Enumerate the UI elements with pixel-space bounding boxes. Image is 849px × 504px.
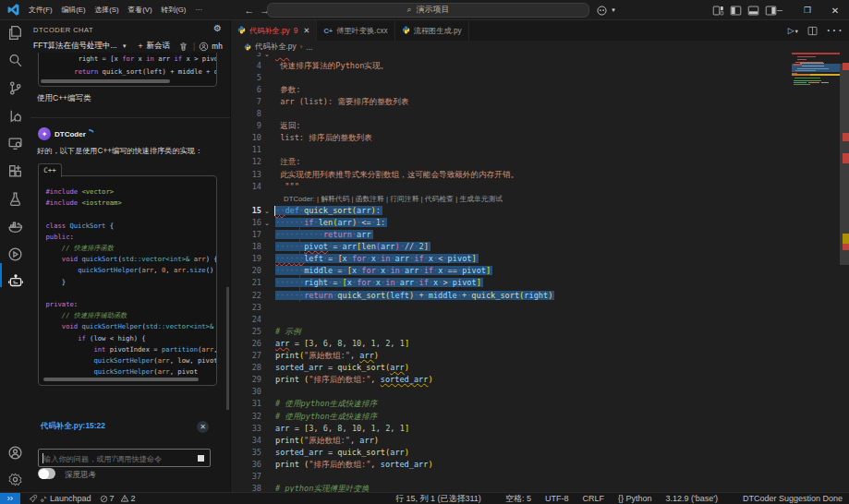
- search-icon[interactable]: [0, 48, 30, 72]
- breadcrumb-more[interactable]: ...: [306, 42, 312, 52]
- code-token: arr: [357, 230, 371, 239]
- code-token: arr: [275, 339, 290, 348]
- extensions-icon[interactable]: [0, 159, 30, 183]
- delete-chat-icon[interactable]: [178, 42, 188, 52]
- session-caret-icon[interactable]: ▼: [122, 43, 127, 49]
- code-token: ·==·: [443, 266, 462, 275]
- maximize-button[interactable]: ❐: [794, 6, 821, 15]
- toggle-sidebar-icon[interactable]: [730, 5, 742, 17]
- launchpad-item[interactable]: Launchpad: [29, 494, 91, 503]
- toggle-knob: [39, 469, 49, 479]
- breadcrumb-file[interactable]: 代码补全.py: [255, 42, 297, 52]
- customize-layout-icon[interactable]: [712, 5, 724, 17]
- explorer-icon[interactable]: [0, 20, 30, 44]
- minimap[interactable]: [792, 53, 840, 492]
- line-number: 31: [231, 398, 261, 410]
- code-line: #include <iostream>: [46, 198, 122, 209]
- menu-edit[interactable]: 编辑(E): [57, 0, 91, 20]
- code-token: ): [374, 436, 379, 445]
- menu-more[interactable]: ···: [190, 0, 207, 20]
- code-token: ): [405, 448, 409, 457]
- tab-fourier-cxx[interactable]: C+ 傅里叶变换.cxx: [317, 20, 394, 41]
- stop-generation-button[interactable]: [198, 455, 204, 462]
- eol-sequence[interactable]: CRLF: [582, 494, 604, 503]
- close-button[interactable]: ✕: [821, 6, 849, 16]
- menu-goto[interactable]: 转到(G): [157, 0, 191, 20]
- code-token: :: [381, 218, 385, 227]
- code-reference-link[interactable]: 代码补全.py:15:22: [41, 421, 105, 431]
- run-debug-icon[interactable]: [0, 103, 30, 127]
- more-actions-icon[interactable]: ···: [826, 22, 843, 39]
- tab-flowchart-py[interactable]: 流程图生成.py: [395, 20, 469, 41]
- problems-item[interactable]: 7 2: [100, 494, 136, 503]
- codelens-actions[interactable]: DTCoder: | 解释代码 | 函数注释 | 行间注释 | 代码检查 | 生…: [284, 193, 503, 205]
- menu-file[interactable]: 文件(F): [24, 0, 57, 20]
- code-lang-tab[interactable]: C++: [38, 163, 62, 177]
- copilot-menu[interactable]: ▼: [596, 0, 616, 20]
- encoding[interactable]: UTF-8: [545, 494, 569, 503]
- code-token: [58, 67, 74, 76]
- code-token: {: [105, 222, 114, 230]
- deep-think-label: 深度思考: [65, 470, 96, 481]
- remove-reference-icon[interactable]: ✕: [197, 421, 209, 433]
- fold-chevron-icon[interactable]: ⌄: [264, 205, 273, 217]
- split-editor-icon[interactable]: [807, 26, 818, 36]
- settings-gear-icon[interactable]: [0, 467, 30, 491]
- code-editor[interactable]: 3⌄"""4 快速排序算法的Python实现。56 参数:7 arr (list…: [231, 53, 849, 492]
- line-number: 17: [231, 229, 261, 241]
- nav-back-icon[interactable]: ←: [242, 5, 256, 16]
- fold-chevron-icon[interactable]: ⌄: [264, 53, 273, 60]
- cursor-position[interactable]: 行 15, 列 1 (已选择311): [395, 493, 481, 504]
- close-tab-icon[interactable]: ✕: [303, 26, 309, 35]
- error-count: 7: [110, 494, 115, 503]
- chat-settings-gear-icon[interactable]: ⚙: [213, 23, 222, 33]
- code-token: ······: [275, 218, 304, 227]
- overview-ruler[interactable]: [840, 53, 849, 492]
- code-token: ·<=·: [357, 218, 376, 227]
- breadcrumb[interactable]: 代码补全.py › ...: [231, 41, 849, 53]
- code-token: arr: [174, 266, 186, 274]
- command-center-search[interactable]: ⌕ 演示项目: [267, 3, 589, 18]
- menu-view[interactable]: 查看(V): [124, 0, 157, 20]
- remote-explorer-icon[interactable]: [0, 131, 30, 155]
- new-chat-button[interactable]: ＋ 新会话: [137, 41, 170, 52]
- run-python-file-icon[interactable]: ▷▼: [788, 26, 799, 35]
- code-token: 此实现使用列表推导式来分割数组，这可能会导致额外的内存开销。: [275, 170, 518, 179]
- minimize-button[interactable]: ─: [766, 6, 794, 15]
- line-number: 37: [231, 471, 261, 483]
- line-number: 30: [231, 386, 261, 398]
- run-circle-icon[interactable]: [0, 242, 30, 266]
- dtcoder-suggestion-status[interactable]: DTCoder Suggestion Done: [743, 494, 843, 503]
- sidebar-scrollbar[interactable]: [226, 287, 229, 410]
- toggle-panel-icon[interactable]: [747, 5, 759, 17]
- chat-input-box[interactable]: 输入你的问题，或用'/'调用快捷命令: [38, 449, 211, 467]
- chevron-down-icon: ▼: [611, 7, 616, 13]
- testing-flask-icon[interactable]: [0, 186, 30, 210]
- indentation[interactable]: 空格: 5: [505, 493, 531, 504]
- session-dropdown[interactable]: FFT算法在信号处理中...: [33, 41, 117, 52]
- python-interpreter[interactable]: 3.12.9 ('base'): [665, 494, 717, 503]
- tab-code-completion-py[interactable]: 代码补全.py 9 ✕: [231, 20, 317, 41]
- code-token: [46, 266, 79, 274]
- dtcoder-robot-icon[interactable]: [0, 270, 30, 294]
- menu-selection[interactable]: 选择(S): [91, 0, 124, 20]
- code-token: sorted_arr: [275, 448, 323, 457]
- minimap-line: [795, 70, 816, 71]
- language-mode[interactable]: {} Python: [618, 494, 652, 503]
- code-line: 参数:: [275, 84, 301, 96]
- remote-indicator[interactable]: [0, 493, 20, 504]
- code-token: quickSortHelper: [78, 266, 138, 274]
- docker-whale-icon[interactable]: [0, 214, 30, 238]
- user-avatar-icon: [199, 42, 209, 52]
- code-token: [46, 334, 79, 342]
- code-block-hscrollbar[interactable]: [43, 378, 199, 381]
- whitespace-dot: ·: [333, 266, 337, 275]
- code-token: quickSort: [81, 255, 117, 263]
- deep-think-toggle[interactable]: [38, 468, 55, 479]
- source-control-icon[interactable]: [0, 76, 30, 100]
- account-icon[interactable]: [0, 440, 30, 464]
- fold-chevron-icon[interactable]: ⌄: [264, 217, 273, 229]
- code-block-hscrollbar[interactable]: [41, 79, 170, 83]
- editor-caret: [274, 206, 275, 216]
- user-account[interactable]: mh: [199, 42, 222, 52]
